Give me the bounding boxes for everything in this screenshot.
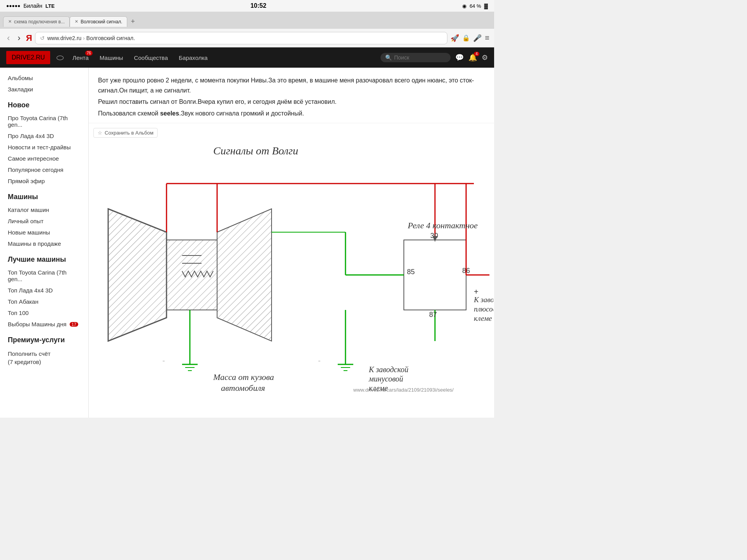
forward-button[interactable]: › <box>15 32 23 44</box>
sidebar-item-albums[interactable]: Альбомы <box>0 72 88 84</box>
sidebar-item-top100[interactable]: Топ 100 <box>0 307 88 318</box>
tab-1[interactable]: ✕ схема подключения в... <box>3 16 70 27</box>
gear-icon[interactable]: ⚙ <box>482 53 488 62</box>
article-para1: Вот уже прошло ровно 2 недели, с момента… <box>98 75 485 95</box>
sidebar-item-top-toyota[interactable]: Топ Toyota Carina (7th gen... <box>0 267 88 285</box>
sidebar-item-personal[interactable]: Личный опыт <box>0 215 88 227</box>
menu-icon[interactable]: ≡ <box>485 33 489 42</box>
svg-text:К заводской: К заводской <box>473 296 493 304</box>
nav-soob[interactable]: Сообщества <box>128 47 173 68</box>
svg-text:Реле 4 контактное: Реле 4 контактное <box>407 220 478 230</box>
save-album-button[interactable]: ☆ Сохранить в Альбом <box>93 128 158 138</box>
sidebar-item-live[interactable]: Прямой эфир <box>0 175 88 187</box>
sidebar-item-top-abakan[interactable]: Топ Абакан <box>0 296 88 307</box>
sidebar-item-vybory[interactable]: Выборы Машины дня 17 <box>0 318 88 330</box>
address-bar: ‹ › Я ↺ www.drive2.ru › Волговский сигна… <box>0 29 494 47</box>
svg-marker-4 <box>108 209 167 341</box>
clock: 10:52 <box>251 2 267 9</box>
sidebar-item-top-lada[interactable]: Топ Лада 4x4 3D <box>0 285 88 296</box>
url-domain: www.drive2.ru <box>47 35 81 41</box>
sidebar-section-cars: Машины <box>0 187 88 204</box>
refresh-icon[interactable]: ↺ <box>40 35 45 41</box>
rocket-icon[interactable]: 🚀 <box>451 34 459 42</box>
logo[interactable]: DRIVE2.RU <box>6 51 50 64</box>
tab-close-2[interactable]: ✕ <box>75 19 78 24</box>
tab-2[interactable]: ✕ Волговский сигнал. <box>70 16 127 27</box>
carrier: Билайн <box>23 3 42 9</box>
nav-bara-label: Барахолка <box>179 54 208 61</box>
sidebar-item-lada4x4[interactable]: Про Лада 4x4 3D <box>0 130 88 142</box>
star-icon: ☆ <box>98 130 102 136</box>
nav-mashiny-label: Машины <box>100 54 123 61</box>
svg-text:www.drive2.ru/cars/lada/2109/2: www.drive2.ru/cars/lada/2109/21093i/seel… <box>353 387 454 393</box>
seeles-bold: seeles <box>160 110 179 117</box>
bell-badge: 4 <box>474 52 479 56</box>
nav-lenta-badge: 76 <box>85 51 93 56</box>
vybory-badge: 17 <box>70 322 78 327</box>
yandex-button[interactable]: Я <box>26 33 32 43</box>
network-type: LTE <box>46 3 55 9</box>
article-para2: Решил поставить сигнал от Волги.Вчера ку… <box>98 97 485 107</box>
url-separator: › <box>81 35 86 41</box>
svg-text:+: + <box>474 287 479 296</box>
svg-text:автомобиля: автомобиля <box>221 383 265 393</box>
sidebar: Альбомы Закладки Новое Про Toyota Carina… <box>0 68 89 418</box>
sidebar-section-new: Новое <box>0 95 88 112</box>
content-area: Вот уже прошло ровно 2 недели, с момента… <box>89 68 494 418</box>
svg-text:К заводской: К заводской <box>368 365 409 374</box>
sidebar-section-premium: Премиум-услуги <box>0 330 88 347</box>
svg-rect-5 <box>167 240 217 310</box>
sidebar-item-topup[interactable]: Пополнить счёт (7 кредитов) <box>0 347 88 368</box>
tab-bar: ✕ схема подключения в... ✕ Волговский си… <box>0 12 494 29</box>
nav-soob-label: Сообщества <box>134 54 168 61</box>
article-para3: Пользовался схемой seeles.Звук нового си… <box>98 108 485 119</box>
url-path: Волговский сигнал. <box>86 35 135 41</box>
nav-bara[interactable]: Барахолка <box>174 47 213 68</box>
sidebar-section-best: Лучшие машины <box>0 249 88 267</box>
sidebar-item-interesting[interactable]: Самое интересное <box>0 153 88 164</box>
svg-text:−: − <box>318 359 321 363</box>
search-box[interactable]: 🔍 <box>381 53 451 62</box>
article-text: Вот уже прошло ровно 2 недели, с момента… <box>89 68 494 123</box>
search-area: 🔍 <box>381 53 451 62</box>
logo-text: DRIVE2.RU <box>12 54 45 61</box>
svg-text:87: 87 <box>429 311 437 318</box>
back-button[interactable]: ‹ <box>5 32 12 44</box>
tab-2-label: Волговский сигнал. <box>81 19 122 24</box>
nav-lenta[interactable]: Лента 76 <box>67 47 94 68</box>
sidebar-item-forsale[interactable]: Машины в продаже <box>0 238 88 249</box>
svg-marker-8 <box>217 209 272 341</box>
ford-icon: ⬭ <box>56 52 64 63</box>
battery-level: 64 % <box>470 3 481 9</box>
battery-icon: ▓ <box>484 3 488 9</box>
svg-text:клеме: клеме <box>474 314 492 322</box>
sidebar-item-newcars[interactable]: Новые машины <box>0 227 88 238</box>
main-layout: Альбомы Закладки Новое Про Toyota Carina… <box>0 68 494 418</box>
tab-1-label: схема подключения в... <box>14 19 65 24</box>
url-content: www.drive2.ru › Волговский сигнал. <box>47 35 135 41</box>
location-icon: ◉ <box>462 3 466 9</box>
sidebar-item-popular[interactable]: Популярное сегодня <box>0 164 88 175</box>
sidebar-item-toyota[interactable]: Про Toyota Carina (7th gen... <box>0 112 88 130</box>
bell-icon[interactable]: 🔔4 <box>468 53 477 62</box>
sidebar-item-news[interactable]: Новости и тест-драйвы <box>0 142 88 153</box>
new-tab-button[interactable]: + <box>127 16 138 27</box>
wiring-diagram: Сигналы от Волги <box>89 123 494 396</box>
svg-text:Масса от кузова: Масса от кузова <box>213 372 274 382</box>
search-input[interactable] <box>394 54 445 61</box>
save-album-label: Сохранить в Альбом <box>105 130 153 136</box>
nav-icons: 💬 🔔4 ⚙ <box>455 53 488 62</box>
diagram-svg: Сигналы от Волги <box>89 123 493 396</box>
url-bar[interactable]: ↺ www.drive2.ru › Волговский сигнал. <box>35 32 447 44</box>
nav-mashiny[interactable]: Машины <box>94 47 128 68</box>
sidebar-item-catalog[interactable]: Каталог машин <box>0 204 88 215</box>
mic-icon[interactable]: 🎤 <box>473 34 482 42</box>
svg-text:85: 85 <box>407 268 415 276</box>
chat-icon[interactable]: 💬 <box>455 53 464 62</box>
svg-text:минусовой: минусовой <box>368 374 403 383</box>
tab-close-1[interactable]: ✕ <box>8 19 12 24</box>
sidebar-item-bookmarks[interactable]: Закладки <box>0 84 88 95</box>
svg-text:Сигналы от Волги: Сигналы от Волги <box>213 145 298 157</box>
status-bar: ●●●●● Билайн LTE 10:52 ◉ 64 % ▓ <box>0 0 494 12</box>
lock-icon: 🔒 <box>462 34 470 42</box>
